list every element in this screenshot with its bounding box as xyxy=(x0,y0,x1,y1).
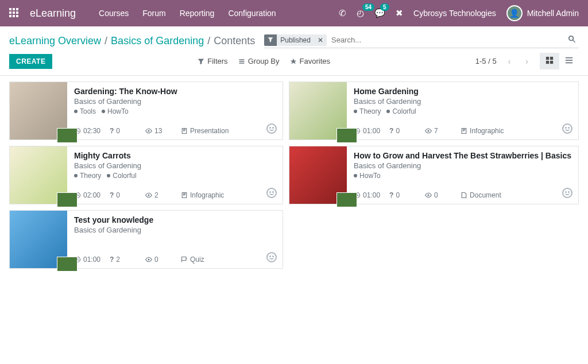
svg-rect-6 xyxy=(566,63,572,64)
duration-stat: 01:00 xyxy=(74,255,106,264)
thumbnail xyxy=(10,211,67,268)
type-stat: Quiz xyxy=(181,255,222,264)
funnel-icon xyxy=(264,34,277,46)
thumbnail xyxy=(289,146,347,204)
content-card[interactable]: How to Grow and Harvest The Best Strawbe… xyxy=(289,146,579,204)
card-subtitle: Basics of Gardening xyxy=(354,97,571,106)
tools-icon[interactable]: ✖ xyxy=(396,8,403,18)
views-stat: 0 xyxy=(145,255,177,264)
views-stat: 0 xyxy=(425,191,457,199)
nav-menu-forum[interactable]: Forum xyxy=(142,9,165,18)
card-subtitle: Basics of Gardening xyxy=(74,97,276,106)
timer-badge: 54 xyxy=(362,3,374,11)
mood-icon[interactable] xyxy=(266,123,277,134)
pager-next-icon[interactable]: › xyxy=(522,55,532,68)
chat-icon[interactable]: 💬 5 xyxy=(374,8,385,18)
content-card[interactable]: Gardening: The Know-How Basics of Garden… xyxy=(9,82,283,140)
svg-rect-5 xyxy=(566,60,572,61)
views-stat: 13 xyxy=(145,127,177,135)
duration-stat: 01:00 xyxy=(354,127,386,135)
card-body: Mighty Carrots Basics of Gardening Theor… xyxy=(67,146,283,204)
kanban-view: Gardening: The Know-How Basics of Garden… xyxy=(0,76,588,274)
duration-stat: 01:00 xyxy=(354,191,386,199)
nav-menu-configuration[interactable]: Configuration xyxy=(228,9,276,18)
questions-stat: ?0 xyxy=(110,127,142,135)
user-menu[interactable]: 👤 Mitchell Admin xyxy=(506,5,579,21)
nav-menu: Courses Forum Reporting Configuration xyxy=(99,9,276,18)
favorites-button[interactable]: Favorites xyxy=(290,57,330,65)
facet-label: Published xyxy=(277,34,314,46)
content-card[interactable]: Test your knowledge Basics of Gardening … xyxy=(9,210,283,269)
breadcrumb-root[interactable]: eLearning Overview xyxy=(9,35,101,47)
card-tags: HowTo xyxy=(354,172,571,180)
card-title: How to Grow and Harvest The Best Strawbe… xyxy=(354,151,571,160)
type-stat: Infographic xyxy=(461,127,504,135)
questions-stat: ?0 xyxy=(389,191,421,199)
groupby-button[interactable]: Group By xyxy=(238,57,280,65)
card-body: Home Gardening Basics of Gardening Theor… xyxy=(347,82,578,140)
card-title: Home Gardening xyxy=(354,87,571,96)
search-bar: Published ✕ xyxy=(264,33,579,48)
nav-menu-courses[interactable]: Courses xyxy=(99,9,129,18)
search-input[interactable] xyxy=(329,33,566,47)
content-card[interactable]: Mighty Carrots Basics of Gardening Theor… xyxy=(9,146,283,204)
svg-rect-1 xyxy=(550,57,553,60)
mood-icon[interactable] xyxy=(266,188,277,198)
duration-stat: 02:30 xyxy=(74,127,106,135)
phone-icon[interactable]: ✆ xyxy=(339,8,346,18)
svg-rect-4 xyxy=(566,57,572,59)
card-footer: 01:00 ?2 0 Quiz xyxy=(74,253,276,264)
tag: Theory xyxy=(354,107,381,115)
card-tags: TheoryColorful xyxy=(354,107,571,115)
questions-stat: ?0 xyxy=(110,191,142,199)
svg-point-16 xyxy=(148,259,150,261)
thumbnail xyxy=(10,82,67,140)
filters-button[interactable]: Filters xyxy=(198,57,227,65)
svg-point-12 xyxy=(148,195,150,196)
pager-text[interactable]: 1-5 / 5 xyxy=(475,57,497,65)
questions-stat: ?0 xyxy=(389,127,421,135)
app-brand[interactable]: eLearning xyxy=(30,7,76,20)
search-options: Filters Group By Favorites xyxy=(198,57,330,65)
thumbnail-overlay xyxy=(57,128,78,143)
breadcrumb: eLearning Overview / Basics of Gardening… xyxy=(9,35,255,47)
tag: Theory xyxy=(74,172,101,180)
control-panel: eLearning Overview / Basics of Gardening… xyxy=(0,26,588,76)
list-view-icon[interactable] xyxy=(559,53,579,69)
content-card[interactable]: Home Gardening Basics of Gardening Theor… xyxy=(289,82,579,140)
card-tags: TheoryColorful xyxy=(74,172,276,180)
timer-icon[interactable]: ◴ 54 xyxy=(357,8,364,18)
svg-rect-3 xyxy=(550,61,553,64)
svg-rect-2 xyxy=(546,61,549,64)
type-stat: Presentation xyxy=(181,127,229,135)
nav-menu-reporting[interactable]: Reporting xyxy=(180,9,215,18)
card-title: Test your knowledge xyxy=(74,215,276,224)
create-button[interactable]: CREATE xyxy=(9,54,52,69)
thumbnail-overlay xyxy=(57,192,78,207)
card-subtitle: Basics of Gardening xyxy=(354,161,571,170)
card-tags: ToolsHowTo xyxy=(74,107,276,115)
mood-icon[interactable] xyxy=(266,252,277,262)
search-icon[interactable] xyxy=(566,35,579,45)
company-name[interactable]: Cybrosys Technologies xyxy=(413,9,496,18)
questions-stat: ?2 xyxy=(110,255,142,264)
card-title: Mighty Carrots xyxy=(74,151,276,160)
pager-prev-icon[interactable]: ‹ xyxy=(505,55,514,68)
search-facet-published[interactable]: Published ✕ xyxy=(264,34,327,46)
card-subtitle: Basics of Gardening xyxy=(74,226,276,234)
mood-icon[interactable] xyxy=(562,123,572,134)
card-subtitle: Basics of Gardening xyxy=(74,161,276,170)
user-avatar-icon: 👤 xyxy=(506,5,523,21)
kanban-view-icon[interactable] xyxy=(540,53,559,69)
mood-icon[interactable] xyxy=(562,188,572,198)
svg-point-14 xyxy=(428,195,430,196)
facet-remove-icon[interactable]: ✕ xyxy=(314,34,327,46)
apps-menu-icon[interactable] xyxy=(9,8,20,18)
chat-badge: 5 xyxy=(380,3,389,11)
card-body: How to Grow and Harvest The Best Strawbe… xyxy=(347,146,578,204)
thumbnail xyxy=(289,82,347,140)
pager: 1-5 / 5 ‹ › xyxy=(475,53,579,69)
breadcrumb-mid[interactable]: Basics of Gardening xyxy=(111,35,204,47)
views-stat: 7 xyxy=(425,127,457,135)
tag: Colorful xyxy=(386,107,416,115)
